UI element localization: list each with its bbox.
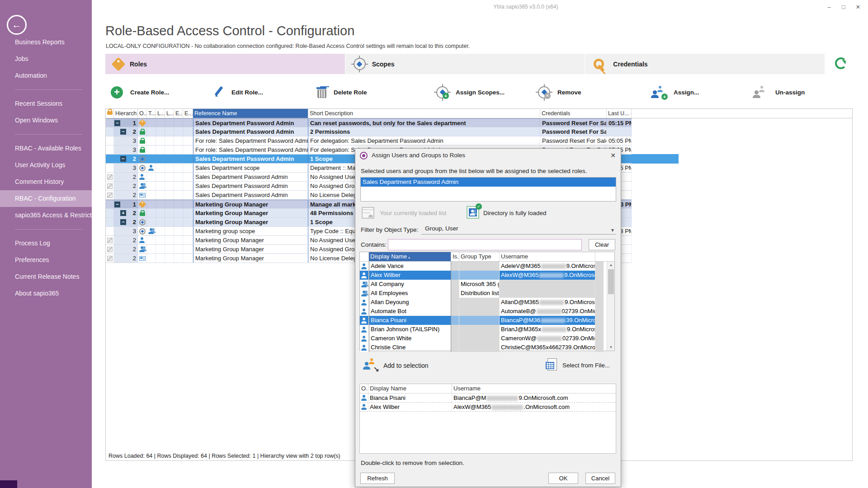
user-column-header-display-name[interactable]: Display Name▴	[369, 252, 451, 261]
sidebar-item-rbac-configuration[interactable]: RBAC - Configuration	[0, 190, 92, 207]
sidebar-item-recent-sessions[interactable]: Recent Sessions	[0, 95, 92, 112]
type-icon-cell	[138, 127, 147, 136]
expander-minus-icon[interactable]: −	[120, 219, 126, 225]
user-row[interactable]: Automate BotAutomateB@02739.OnMicro	[360, 307, 614, 316]
graybox-icon	[107, 238, 113, 243]
column-header-l-[interactable]: L...	[156, 109, 165, 118]
directory-loaded-option[interactable]: Directory is fully loaded	[483, 210, 547, 216]
column-header-hierarch-[interactable]: Hierarch...	[114, 109, 138, 118]
select-from-file-icon[interactable]	[547, 358, 557, 371]
select-from-file-button[interactable]: Select from File...	[562, 362, 610, 369]
maximize-button[interactable]: □	[836, 0, 851, 14]
user-column-header-username[interactable]: Username	[500, 252, 595, 261]
add-row: ↘ Add to selection Select from File...	[355, 357, 621, 377]
user-column-header-group-type[interactable]: Group Type	[459, 252, 500, 261]
license-icon	[139, 193, 146, 197]
refresh-button[interactable]	[835, 57, 847, 71]
cancel-button[interactable]: Cancel	[585, 473, 615, 484]
edit-role-button[interactable]: Edit Role...	[212, 80, 263, 104]
type-icon-cell	[156, 254, 165, 263]
expander-minus-icon[interactable]: −	[114, 202, 120, 207]
sidebar-item-preferences[interactable]: Preferences	[0, 252, 92, 268]
unassign-users-button[interactable]: Un-assign	[753, 80, 805, 104]
type-icon-cell	[174, 236, 183, 244]
tag-icon	[111, 57, 125, 71]
user-list-scrollbar[interactable]: ▲ ▼	[607, 262, 614, 351]
user-row[interactable]: Adele VanceAdeleV@M3659.OnMicrosoft.	[360, 262, 614, 271]
clear-button[interactable]: Clear	[589, 239, 615, 250]
directory-loaded-icon[interactable]: ✓	[467, 206, 479, 219]
column-header-short-description[interactable]: Short Description	[308, 109, 540, 118]
sidebar-item-rbac-available-roles[interactable]: RBAC - Available Roles	[0, 140, 92, 157]
sidebar-item-comment-history[interactable]: Comment History	[0, 174, 92, 190]
expander-minus-icon[interactable]: −	[114, 120, 120, 126]
create-role-button[interactable]: Create Role...	[111, 80, 169, 104]
sidebar-item-process-log[interactable]: Process Log	[0, 235, 92, 252]
assign-scopes-button[interactable]: + Assign Scopes...	[436, 80, 505, 104]
user-row[interactable]: Allan DeyoungAllanD@M3659.OnMicrosoft.c	[360, 298, 614, 307]
grid-row[interactable]: −1Sales Department Password AdminCan res…	[106, 118, 632, 127]
expander-plus-icon[interactable]: +	[120, 210, 126, 216]
assign-users-button[interactable]: + Assign...	[651, 80, 699, 104]
grid-row[interactable]: −2Sales Department Password Admin2 Permi…	[106, 127, 632, 136]
add-to-selection-icon[interactable]: ↘	[363, 358, 379, 374]
user-row[interactable]: Christie ClineChristieC@M365x4662739.OnM…	[360, 343, 614, 352]
grid-row[interactable]: 3For role: Sales Department Password Adm…	[106, 136, 632, 145]
close-button[interactable]: ✕	[851, 0, 865, 14]
user-group-type	[459, 262, 500, 271]
column-header-o-[interactable]: O...	[138, 109, 147, 118]
dialog-close-icon[interactable]: ✕	[605, 149, 621, 162]
sidebar-item-open-windows[interactable]: Open Windows	[0, 112, 92, 129]
user-row[interactable]: All CompanyMicrosoft 365 group	[360, 280, 614, 289]
expander-minus-icon[interactable]: −	[120, 156, 126, 162]
refresh-dialog-button[interactable]: Refresh	[360, 473, 395, 484]
user-row[interactable]: Brian Johnson (TAILSPIN)BrianJ@M365x9.On…	[360, 325, 614, 334]
scroll-down-icon[interactable]: ▼	[607, 344, 615, 351]
sidebar-item-business-reports[interactable]: Business Reports	[0, 34, 92, 51]
tab-roles[interactable]: Roles	[105, 54, 345, 74]
sidebar-item-automation[interactable]: Automation	[0, 67, 92, 84]
row-lock-cell	[106, 218, 114, 226]
column-lock-header[interactable]	[106, 109, 114, 118]
loaded-list-option[interactable]: Your currently loaded list	[380, 210, 446, 216]
user-list-corner-header[interactable]	[360, 252, 369, 261]
selection-row[interactable]: Alex WilberAlexW@M365.OnMicrosoft.com	[360, 403, 616, 412]
column-header-reference-name[interactable]: Reference Name	[193, 109, 308, 118]
scrollbar-thumb[interactable]	[608, 269, 614, 294]
delete-role-button[interactable]: Delete Role	[316, 80, 367, 104]
user-is-cell	[451, 334, 459, 343]
selection-row[interactable]: Bianca PisaniBiancaP@M9.OnMicrosoft.com	[360, 394, 616, 403]
tab-credentials[interactable]: Credentials	[585, 54, 825, 74]
column-header-l-[interactable]: L...	[165, 109, 174, 118]
sidebar-item-user-activity-logs[interactable]: User Activity Logs	[0, 157, 92, 174]
user-column-header-is-[interactable]: Is...	[451, 252, 459, 261]
minimize-button[interactable]: –	[822, 0, 836, 14]
ok-button[interactable]: OK	[548, 473, 578, 484]
contains-input[interactable]	[388, 239, 582, 250]
column-header-last-u-[interactable]: Last U...▾	[607, 109, 632, 118]
redacted-text	[537, 309, 561, 314]
sidebar-item-current-release-notes[interactable]: Current Release Notes	[0, 268, 92, 285]
sidebar-item-about-sapio365[interactable]: About sapio365	[0, 285, 92, 302]
sidebar-item-jobs[interactable]: Jobs	[0, 51, 92, 67]
filter-type-dropdown[interactable]: Group, User ▼	[421, 224, 616, 235]
expander-minus-icon[interactable]: −	[120, 129, 126, 135]
remove-scope-button[interactable]: ✕ Remove	[538, 80, 581, 104]
column-header-credentials[interactable]: Credentials	[540, 109, 607, 118]
add-to-selection-button[interactable]: Add to selection	[383, 362, 429, 369]
user-row[interactable]: Cameron WhiteCameronW@02739.OnMicro	[360, 334, 614, 343]
selection-column-header-o-[interactable]: O...	[360, 384, 368, 393]
selection-column-header-display-name[interactable]: Display Name	[368, 384, 452, 393]
selection-column-header-username[interactable]: Username	[452, 384, 608, 393]
column-header-e-[interactable]: E...	[174, 109, 183, 118]
user-row[interactable]: Bianca PisaniBiancaP@M3639.OnMicrosoft	[360, 316, 614, 325]
tab-scopes[interactable]: Scopes	[345, 54, 585, 74]
back-button[interactable]: ←	[7, 15, 27, 35]
user-row[interactable]: All EmployeesDistribution list	[360, 289, 614, 298]
column-header-e-[interactable]: E...	[183, 109, 193, 118]
scroll-up-icon[interactable]: ▲	[607, 262, 615, 268]
user-row[interactable]: Alex WilberAlexW@M3659.OnMicrosoft.c	[360, 271, 614, 280]
selected-role-item[interactable]: Sales Department Password Admin	[361, 178, 616, 187]
column-header-t-[interactable]: T...	[147, 109, 156, 118]
sidebar-item-sapio365-access-restrictions[interactable]: sapio365 Access & Restrictions	[0, 207, 92, 224]
